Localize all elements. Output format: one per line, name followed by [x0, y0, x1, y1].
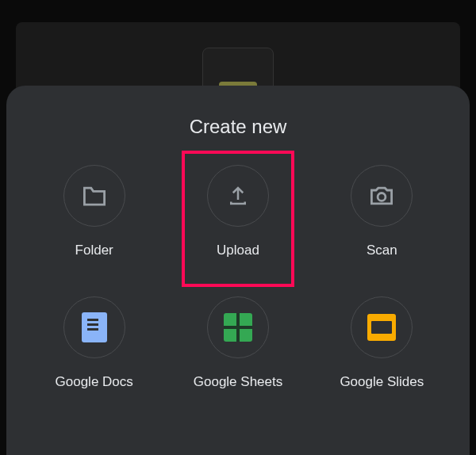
google-docs-option[interactable]: Google Docs: [22, 296, 166, 390]
google-slides-option[interactable]: Google Slides: [310, 296, 454, 390]
sheets-icon: [207, 296, 269, 358]
create-new-sheet: Create new Folder Upload: [6, 86, 470, 455]
svg-point-0: [378, 193, 386, 201]
folder-icon: [63, 165, 125, 227]
upload-option[interactable]: Upload: [166, 165, 309, 258]
scan-option[interactable]: Scan: [310, 165, 454, 258]
sheet-title: Create new: [6, 116, 470, 138]
google-slides-label: Google Slides: [340, 374, 424, 390]
scan-label: Scan: [367, 243, 397, 258]
docs-icon: [63, 296, 125, 358]
google-sheets-option[interactable]: Google Sheets: [166, 296, 309, 390]
upload-icon: [207, 165, 269, 227]
google-docs-label: Google Docs: [56, 374, 133, 390]
folder-option[interactable]: Folder: [22, 165, 166, 258]
upload-label: Upload: [217, 243, 259, 258]
google-sheets-label: Google Sheets: [194, 374, 282, 390]
folder-label: Folder: [75, 243, 113, 258]
options-grid: Folder Upload Scan: [6, 165, 470, 390]
slides-icon: [351, 296, 413, 358]
camera-icon: [351, 165, 413, 227]
